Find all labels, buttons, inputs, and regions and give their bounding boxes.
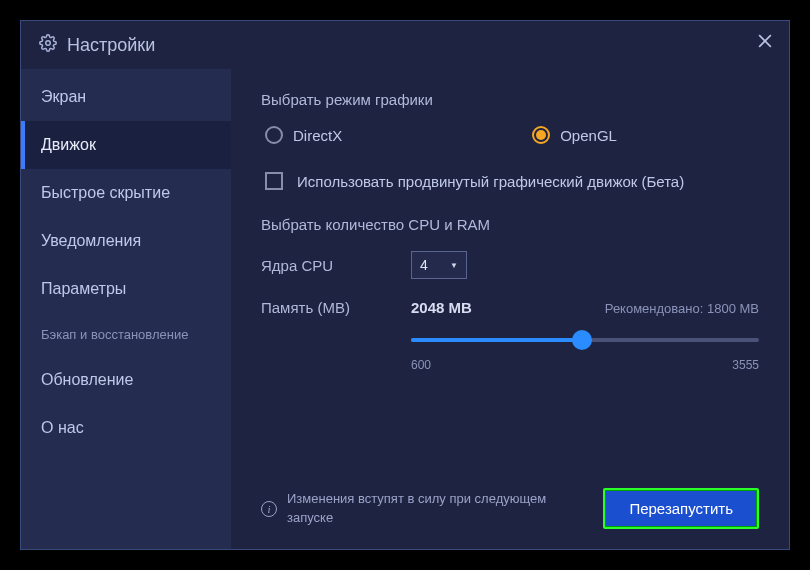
svg-point-0 (46, 41, 51, 46)
slider-thumb[interactable] (572, 330, 592, 350)
slider-fill (411, 338, 582, 342)
cpu-ram-title: Выбрать количество CPU и RAM (261, 216, 759, 233)
titlebar: Настройки (21, 21, 789, 69)
advanced-engine-label: Использовать продвинутый графический дви… (297, 173, 684, 190)
sidebar-item-label: О нас (41, 419, 84, 436)
gear-icon (39, 34, 57, 56)
sidebar-item-backup[interactable]: Бэкап и восстановление (21, 313, 231, 356)
sidebar-item-label: Движок (41, 136, 96, 153)
footer: i Изменения вступят в силу при следующем… (261, 476, 759, 529)
sidebar-item-label: Быстрое скрытие (41, 184, 170, 201)
sidebar-item-quickhide[interactable]: Быстрое скрытие (21, 169, 231, 217)
sidebar: Экран Движок Быстрое скрытие Уведомления… (21, 69, 231, 549)
radio-icon (532, 126, 550, 144)
restart-button-label: Перезапустить (629, 500, 733, 517)
window-title: Настройки (67, 35, 155, 56)
info-icon: i (261, 501, 277, 517)
restart-button[interactable]: Перезапустить (603, 488, 759, 529)
memory-row: Память (МВ) 2048 MB Рекомендовано: 1800 … (261, 299, 759, 372)
advanced-engine-checkbox[interactable] (265, 172, 283, 190)
sidebar-item-update[interactable]: Обновление (21, 356, 231, 404)
radio-opengl[interactable]: OpenGL (532, 126, 617, 144)
sidebar-item-about[interactable]: О нас (21, 404, 231, 452)
settings-window: Настройки Экран Движок Быстрое скрытие У… (20, 20, 790, 550)
sidebar-item-notifications[interactable]: Уведомления (21, 217, 231, 265)
advanced-engine-row: Использовать продвинутый графический дви… (261, 172, 759, 190)
slider-range-labels: 600 3555 (411, 358, 759, 372)
sidebar-item-engine[interactable]: Движок (21, 121, 231, 169)
radio-icon (265, 126, 283, 144)
memory-slider[interactable] (411, 330, 759, 350)
cpu-cores-dropdown[interactable]: 4 ▼ (411, 251, 467, 279)
sidebar-item-label: Бэкап и восстановление (41, 327, 188, 342)
sidebar-item-screen[interactable]: Экран (21, 73, 231, 121)
memory-label: Память (МВ) (261, 299, 411, 316)
radio-label: DirectX (293, 127, 342, 144)
content-panel: Выбрать режим графики DirectX OpenGL Исп… (231, 69, 789, 549)
cpu-label: Ядра CPU (261, 257, 411, 274)
slider-max: 3555 (732, 358, 759, 372)
graphics-mode-title: Выбрать режим графики (261, 91, 759, 108)
sidebar-item-label: Параметры (41, 280, 126, 297)
sidebar-item-label: Обновление (41, 371, 133, 388)
dropdown-value: 4 (420, 257, 428, 273)
sidebar-item-label: Экран (41, 88, 86, 105)
cpu-cores-row: Ядра CPU 4 ▼ (261, 251, 759, 279)
body: Экран Движок Быстрое скрытие Уведомления… (21, 69, 789, 549)
close-button[interactable] (755, 31, 775, 55)
radio-directx[interactable]: DirectX (265, 126, 342, 144)
sidebar-item-parameters[interactable]: Параметры (21, 265, 231, 313)
footer-info-text: Изменения вступят в силу при следующем з… (287, 490, 567, 526)
memory-recommended: Рекомендовано: 1800 MB (605, 301, 759, 316)
slider-min: 600 (411, 358, 431, 372)
radio-label: OpenGL (560, 127, 617, 144)
chevron-down-icon: ▼ (450, 261, 458, 270)
sidebar-item-label: Уведомления (41, 232, 141, 249)
graphics-mode-radios: DirectX OpenGL (261, 126, 759, 144)
memory-value: 2048 MB (411, 299, 472, 316)
